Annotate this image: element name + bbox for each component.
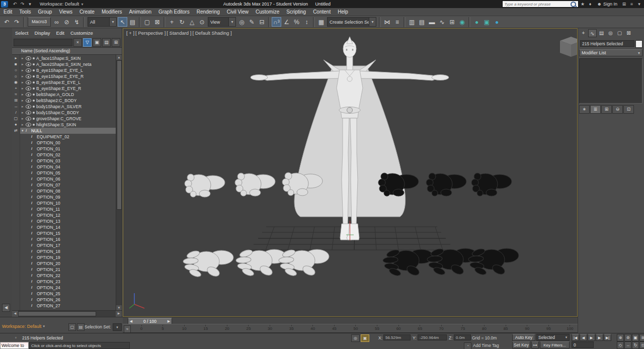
next-frame-arrow-icon[interactable]: ▶: [166, 319, 172, 323]
workspace-switcher[interactable]: Workspace: Default ▾: [2, 324, 45, 329]
hand-model-light-3[interactable]: [279, 248, 329, 277]
list-item[interactable]: /OPTION_28: [20, 309, 116, 310]
selection-filter-dropdown[interactable]: All▾: [88, 17, 117, 27]
fist-model-dark-1[interactable]: [378, 173, 419, 196]
menu-help[interactable]: Help: [334, 8, 352, 16]
expand-icon[interactable]: ▸: [22, 85, 26, 92]
explorer-search-input[interactable]: [14, 39, 72, 46]
titlebar-caret-icon[interactable]: ▾: [635, 1, 643, 8]
align-icon[interactable]: ≡: [392, 17, 402, 27]
list-item[interactable]: ▸B_eyeShape:E_EYE_L: [20, 79, 116, 85]
expand-icon[interactable]: ▸: [22, 110, 26, 116]
bind-to-spacewarp-icon[interactable]: ↯: [72, 17, 82, 27]
zoom-icon[interactable]: ⊕: [617, 334, 624, 341]
select-move-icon[interactable]: +: [167, 17, 177, 27]
list-item[interactable]: ▸B_eyeShape:E_EYE_R: [20, 85, 116, 92]
hand-model-dark-3[interactable]: [468, 247, 519, 276]
list-item[interactable]: ▸A_face1Shape:S_SKIN: [20, 55, 116, 61]
lock-explorer-icon[interactable]: ▣: [93, 38, 101, 47]
menu-content[interactable]: Content: [309, 8, 334, 16]
object-color-swatch[interactable]: [635, 40, 642, 48]
list-item[interactable]: ▸body1Shape:C_BODY: [20, 110, 116, 116]
list-item-selected[interactable]: ▾/NULL: [20, 128, 116, 134]
menu-scripting[interactable]: Scripting: [283, 8, 309, 16]
remove-modifier-button[interactable]: ⊖: [612, 105, 623, 114]
scene-object-list[interactable]: ▸A_face1Shape:S_SKIN▸A_face2Shape:S_SKIN…: [20, 55, 116, 310]
list-item[interactable]: /OPTION_19: [20, 254, 116, 260]
display-tab-icon[interactable]: ▢: [615, 29, 624, 37]
rectangular-selection-icon[interactable]: ▢: [142, 17, 152, 27]
list-item[interactable]: /OPTION_24: [20, 285, 116, 291]
create-tab-icon[interactable]: +: [579, 29, 588, 37]
configure-modifier-sets-button[interactable]: ⊡: [623, 105, 634, 114]
expand-icon[interactable]: ▸: [22, 104, 26, 110]
time-slider[interactable]: ◀ 0 / 100 ▶: [123, 317, 578, 324]
pan-icon[interactable]: ↔: [624, 341, 631, 349]
snap-3d-icon[interactable]: ∩³: [272, 17, 281, 27]
list-item[interactable]: /OPTION_06: [20, 176, 116, 182]
zoom-extents-icon[interactable]: ▣: [632, 334, 639, 341]
play-button[interactable]: ▶: [588, 334, 595, 341]
scroll-right-icon[interactable]: ▶: [116, 311, 122, 317]
list-item[interactable]: /OPTION_13: [20, 218, 116, 224]
sign-in-button[interactable]: ☻ Sign In: [597, 2, 617, 7]
3ds-max-logo-icon[interactable]: 3: [1, 1, 8, 8]
expand-icon[interactable]: ▸: [22, 79, 26, 85]
scene-explorer-icon[interactable]: ▥: [407, 17, 417, 27]
zoom-all-icon[interactable]: ⊚: [624, 334, 631, 341]
list-item[interactable]: /OPTION_11: [20, 206, 116, 212]
display-geometry-icon[interactable]: ■: [13, 61, 19, 67]
field-of-view-icon[interactable]: ◇: [617, 341, 624, 349]
expand-icon[interactable]: ▸: [22, 67, 26, 73]
list-item[interactable]: ▸hilightShape:S_SKIN: [20, 122, 116, 128]
display-bones-icon[interactable]: /: [13, 110, 19, 116]
key-filters-button[interactable]: Key Filters...: [540, 341, 570, 348]
list-item[interactable]: /OPTION_08: [20, 188, 116, 194]
favorites-star-icon[interactable]: ★: [579, 1, 586, 8]
expand-icon[interactable]: ▸: [22, 73, 26, 79]
fist-model-light-1[interactable]: [185, 174, 225, 197]
list-item[interactable]: /OPTION_00: [20, 140, 116, 146]
display-lights-icon[interactable]: ☼: [13, 73, 19, 79]
viewport-label-segment-1[interactable]: [ Perspective ]: [135, 30, 166, 36]
list-item[interactable]: /OPTION_16: [20, 236, 116, 242]
material-editor-icon[interactable]: ◉: [457, 17, 467, 27]
list-item[interactable]: /OPTION_23: [20, 279, 116, 285]
info-center-menu-icon[interactable]: ≡: [628, 1, 635, 8]
angle-snap-icon[interactable]: ∠: [282, 17, 291, 27]
list-item[interactable]: /OPTION_21: [20, 267, 116, 273]
menu-edit[interactable]: Edit: [0, 8, 16, 16]
select-object-icon[interactable]: ↖: [118, 17, 127, 27]
spinner-snap-icon[interactable]: ↕: [302, 17, 311, 27]
scrollbar-thumb[interactable]: [117, 60, 122, 210]
display-all-icon[interactable]: ▸: [13, 55, 19, 61]
make-unique-button[interactable]: ⊞: [601, 105, 612, 114]
list-item[interactable]: ▸A_face2Shape:S_SKIN_neta: [20, 61, 116, 67]
go-to-start-button[interactable]: |◀: [572, 334, 579, 341]
percent-snap-icon[interactable]: %: [292, 17, 301, 27]
display-spacewarps-icon[interactable]: ≈: [13, 92, 19, 98]
unlink-selection-icon[interactable]: ⊘: [62, 17, 71, 27]
hand-model-light-2[interactable]: [236, 248, 286, 277]
menu-customize[interactable]: Customize: [252, 8, 283, 16]
auto-key-button[interactable]: Auto Key: [512, 334, 535, 341]
list-item[interactable]: /OPTION_17: [20, 242, 116, 248]
column-chooser-icon[interactable]: ▤: [102, 38, 111, 47]
pin-stack-button[interactable]: ∗: [579, 105, 590, 114]
menu-views[interactable]: Views: [55, 8, 76, 16]
list-item[interactable]: /OPTION_01: [20, 146, 116, 152]
list-item[interactable]: /OPTION_02: [20, 152, 116, 158]
display-helpers-icon[interactable]: +: [13, 85, 19, 92]
show-end-result-button[interactable]: ≣: [590, 105, 601, 114]
hand-model-dark-2[interactable]: [427, 247, 477, 276]
explorer-menu-select[interactable]: Select: [12, 30, 31, 36]
orbit-icon[interactable]: ↻: [632, 341, 639, 349]
rendered-frame-icon[interactable]: ▣: [482, 17, 492, 27]
scroll-down-icon[interactable]: ▼: [116, 305, 122, 310]
hand-model-light-1[interactable]: [183, 249, 233, 278]
schematic-view-icon[interactable]: ⊞: [447, 17, 457, 27]
fist-model-dark-2[interactable]: [426, 173, 466, 196]
display-materials-icon[interactable]: ●: [13, 122, 19, 128]
list-item[interactable]: ▸beltShape:A_GOLD: [20, 92, 116, 98]
fist-model-light-2[interactable]: [235, 173, 275, 196]
